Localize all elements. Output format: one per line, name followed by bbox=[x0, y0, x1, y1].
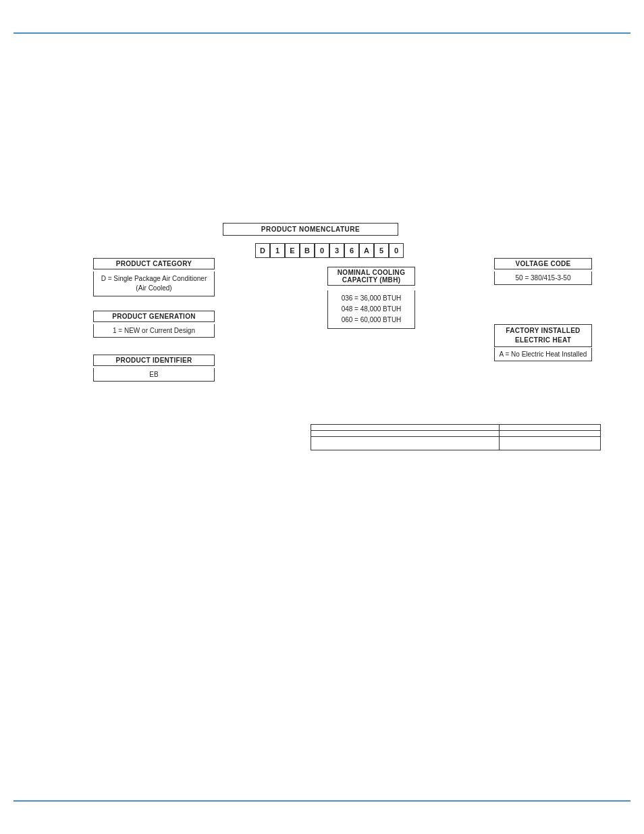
table-header-other bbox=[499, 425, 600, 431]
product-generation-desc: 1 = NEW or Current Design bbox=[93, 324, 215, 338]
table-cell bbox=[311, 437, 500, 450]
table-cell bbox=[499, 431, 600, 437]
letter-boxes-row: D 1 E B 0 3 6 A 5 0 bbox=[255, 243, 404, 258]
table-row bbox=[311, 431, 601, 437]
factory-heat-desc: A = No Electric Heat Installed bbox=[494, 348, 592, 361]
factory-heat-label: FACTORY INSTALLED ELECTRIC HEAT bbox=[494, 324, 592, 347]
voltage-code-label: VOLTAGE CODE bbox=[494, 258, 592, 269]
table-row bbox=[311, 437, 601, 450]
letter-3: 3 bbox=[329, 243, 344, 258]
letter-E: E bbox=[285, 243, 300, 258]
letter-D: D bbox=[255, 243, 270, 258]
product-category-label: PRODUCT CATEGORY bbox=[93, 258, 215, 269]
product-generation-label: PRODUCT GENERATION bbox=[93, 311, 215, 322]
product-identifier-label: PRODUCT IDENTIFIER bbox=[93, 355, 215, 366]
nomenclature-title: PRODUCT NOMENCLATURE bbox=[223, 223, 398, 236]
letter-6: 6 bbox=[344, 243, 359, 258]
top-line bbox=[14, 32, 630, 34]
table-cell bbox=[311, 431, 500, 437]
letter-B: B bbox=[300, 243, 315, 258]
table-area bbox=[311, 424, 601, 450]
letter-5: 5 bbox=[374, 243, 389, 258]
letter-0b: 0 bbox=[389, 243, 404, 258]
bottom-line bbox=[14, 800, 630, 802]
letter-1: 1 bbox=[270, 243, 285, 258]
voltage-code-desc: 50 = 380/415-3-50 bbox=[494, 271, 592, 285]
letter-A: A bbox=[359, 243, 374, 258]
product-identifier-desc: EB bbox=[93, 368, 215, 382]
model-table bbox=[311, 424, 601, 450]
table-header-model bbox=[311, 425, 500, 431]
nominal-cooling-desc: 036 = 36,000 BTUH048 = 48,000 BTUH060 = … bbox=[327, 290, 415, 329]
nominal-cooling-label: NOMINAL COOLING CAPACITY (MBH) bbox=[327, 267, 415, 286]
table-cell bbox=[499, 437, 600, 450]
product-category-desc: D = Single Package Air Conditioner(Air C… bbox=[93, 271, 215, 296]
letter-0: 0 bbox=[315, 243, 329, 258]
